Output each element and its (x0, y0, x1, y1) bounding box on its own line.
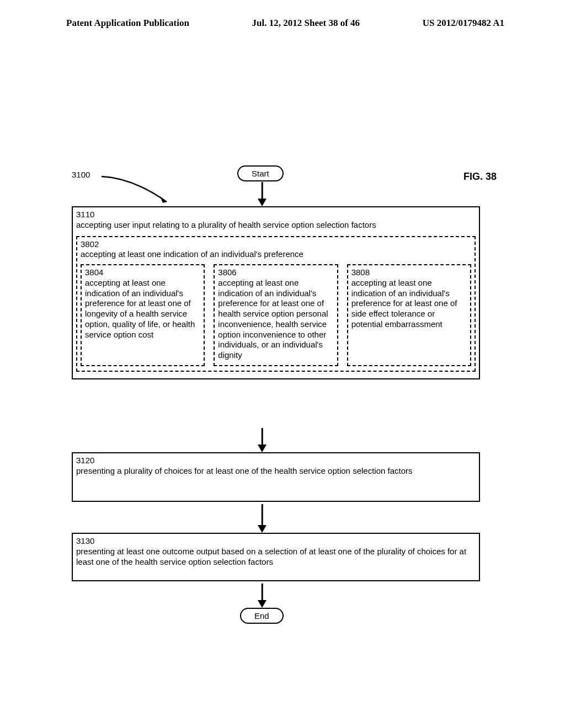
end-label: End (254, 611, 269, 620)
svg-marker-0 (160, 196, 167, 203)
box-3804: 3804 accepting at least one indication o… (81, 264, 205, 366)
box-3808: 3808 accepting at least one indication o… (347, 264, 471, 366)
figure-label: FIG. 38 (463, 171, 497, 183)
ref-3130: 3130 (76, 536, 476, 547)
box-3130: 3130 presenting at least one outcome out… (72, 533, 480, 581)
ref-3806: 3806 (218, 267, 333, 278)
text-3130: presenting at least one outcome output b… (76, 547, 476, 568)
text-3802: accepting at least one indication of an … (81, 249, 471, 260)
box-3120: 3120 presenting a plurality of choices f… (72, 452, 480, 502)
start-label: Start (252, 169, 269, 178)
text-3120: presenting a plurality of choices for at… (76, 466, 476, 477)
ref-3808: 3808 (351, 267, 467, 278)
header-right: US 2012/0179482 A1 (423, 18, 504, 29)
start-node: Start (237, 165, 284, 181)
end-node: End (240, 608, 284, 624)
page-header: Patent Application Publication Jul. 12, … (0, 0, 565, 29)
ref-3120: 3120 (76, 456, 476, 466)
lead-line-3100 (100, 175, 183, 208)
box-3806: 3806 accepting at least one indication o… (214, 264, 338, 366)
text-3110: accepting user input relating to a plura… (76, 220, 476, 231)
header-left: Patent Application Publication (66, 18, 189, 29)
ref-3804: 3804 (85, 267, 200, 278)
header-center: Jul. 12, 2012 Sheet 38 of 46 (252, 18, 360, 29)
ref-3100: 3100 (72, 170, 90, 179)
text-3806: accepting at least one indication of an … (218, 278, 333, 361)
box-3802: 3802 accepting at least one indication o… (76, 236, 476, 372)
row-3804-3806-3808: 3804 accepting at least one indication o… (81, 264, 471, 366)
text-3804: accepting at least one indication of an … (85, 278, 200, 340)
text-3808: accepting at least one indication of an … (351, 278, 467, 330)
ref-3802: 3802 (81, 239, 471, 250)
box-3110: 3110 accepting user input relating to a … (72, 206, 480, 379)
ref-3110: 3110 (76, 210, 476, 220)
